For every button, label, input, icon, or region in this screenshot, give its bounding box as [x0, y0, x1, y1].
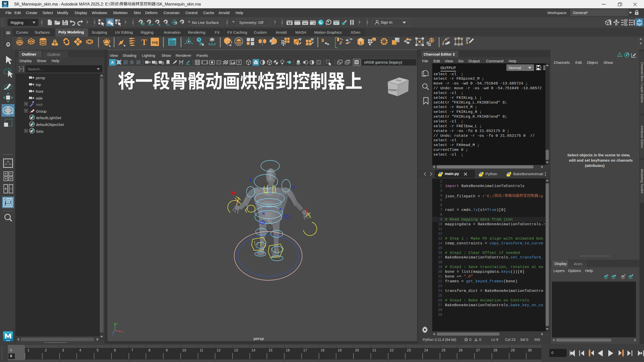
svg-text:AYA: AYA [4, 6, 7, 7]
svg-text:0,0,0: 0,0,0 [209, 42, 216, 46]
svg-text:M: M [4, 2, 7, 6]
svg-text:T: T [141, 37, 147, 47]
svg-text:AYA: AYA [6, 339, 10, 342]
svg-text:svg: svg [152, 40, 158, 44]
svg-text:T: T [238, 61, 240, 64]
svg-text:A: A [111, 60, 114, 64]
svg-text:IPR: IPR [303, 22, 307, 25]
